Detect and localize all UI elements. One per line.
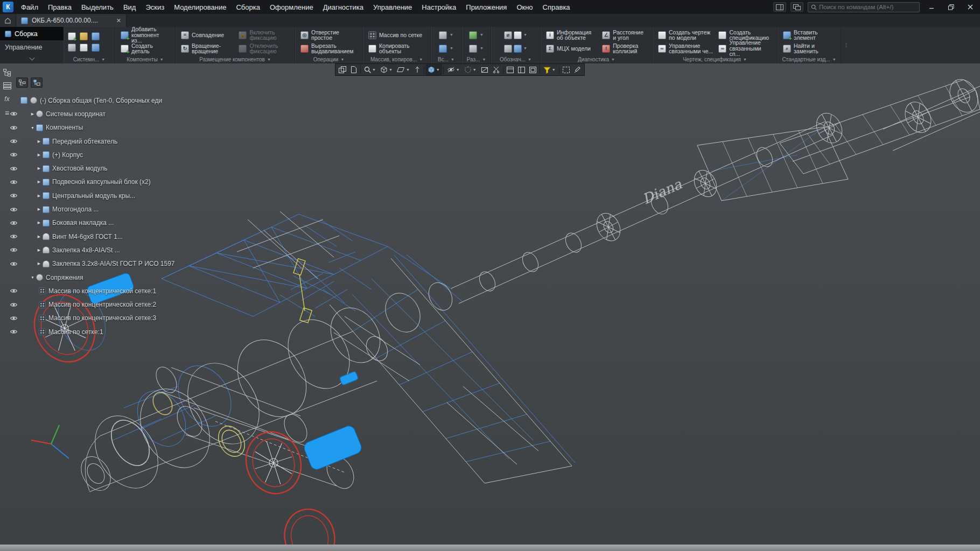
expander-icon[interactable]: ▼ (29, 126, 36, 130)
menu-assembly[interactable]: Сборка (231, 1, 265, 13)
ribbon-group-label-sections[interactable]: Раз...▼ (462, 55, 491, 63)
panel-c-icon[interactable] (527, 64, 538, 75)
tree-item-tail-module[interactable]: ▶ Хвостовой модуль (1, 161, 206, 175)
ribbon-group-label-diagnostics[interactable]: Диагностика▼ (541, 55, 652, 63)
display-mode-cube-icon[interactable]: ▼ (425, 64, 442, 75)
panel-layout-icon[interactable] (773, 2, 786, 12)
frame-icon[interactable] (561, 64, 572, 75)
hide-objects-icon[interactable]: ▼ (445, 64, 462, 75)
tree-item-nacelle[interactable]: ▶ Мотогондола ... (1, 202, 206, 216)
auxiliary-plane-button[interactable]: ▼ (437, 29, 455, 41)
expander-icon[interactable]: ▶ (36, 180, 43, 184)
section-button[interactable]: ▼ (467, 29, 485, 41)
document-tab[interactable]: ОКБ.А-650.00.00.00.... ✕ (16, 14, 127, 27)
open-document-icon[interactable] (80, 32, 88, 40)
tree-item-screw[interactable]: ▶ Винт М4-6gх8 ГОСТ 1... (1, 230, 206, 243)
ribbon-group-label-standard[interactable]: Стандартные изд...▼ (778, 55, 841, 63)
collision-check-button[interactable]: Проверка коллизий (600, 43, 648, 54)
visibility-eye-icon[interactable] (8, 193, 19, 199)
disable-fixation-button[interactable]: Отключить фиксацию (237, 43, 291, 54)
create-drawing-button[interactable]: Создать чертеж по модели (656, 29, 715, 41)
expander-icon[interactable]: ▶ (29, 112, 36, 116)
simple-hole-button[interactable]: Отверстие простое (299, 29, 359, 41)
add-component-button[interactable]: Добавить компонент из... (119, 29, 171, 41)
menu-window[interactable]: Окно (512, 1, 537, 13)
ribbon-group-label-drawing-spec[interactable]: Чертеж, спецификация▼ (653, 55, 777, 63)
visibility-eye-icon[interactable] (8, 152, 19, 158)
expander-icon[interactable]: ▶ (36, 194, 43, 198)
panel-b-icon[interactable] (516, 64, 527, 75)
mass-properties-button[interactable]: МЦХ модели (544, 43, 598, 54)
visibility-eye-icon[interactable] (8, 125, 19, 131)
sheet-icon[interactable] (348, 64, 359, 75)
up-axis-icon[interactable] (412, 64, 423, 75)
manage-linked-drawings-button[interactable]: Управление связанными че... (656, 43, 715, 54)
new-document-icon[interactable] (68, 32, 76, 40)
insert-element-button[interactable]: Вставить элемент (781, 29, 837, 41)
menu-edit[interactable]: Правка (43, 1, 76, 13)
tree-item-capsule-block[interactable]: ▶ Подвесной капсульный блок (х2) (1, 175, 206, 189)
menu-diagnostics[interactable]: Диагностика (318, 1, 368, 13)
tree-item-concentric-array-2[interactable]: Массив по концентрической сетке:2 (1, 298, 206, 311)
visibility-eye-icon[interactable] (8, 166, 19, 172)
tree-item-root[interactable]: (-) Сборка общая (Тел-0, Сборочных еди (1, 94, 206, 107)
menu-select[interactable]: Выделить (76, 1, 118, 13)
model-tree-icon[interactable] (3, 69, 11, 76)
zoom-icon[interactable]: ▼ (362, 64, 378, 75)
minimize-icon[interactable] (924, 1, 939, 13)
visibility-eye-icon[interactable] (8, 220, 19, 226)
visibility-eye-icon[interactable] (8, 302, 19, 308)
copy-objects-button[interactable]: Копировать объекты (367, 43, 426, 54)
expander-icon[interactable]: ▶ (36, 248, 43, 252)
ghost-display-icon[interactable]: ▼ (462, 64, 479, 75)
object-info-button[interactable]: Информация об объекте (544, 29, 598, 41)
search-input[interactable] (819, 4, 916, 10)
coincide-button[interactable]: Совпадение (179, 29, 235, 41)
print-icon[interactable] (68, 44, 76, 52)
section-view-icon[interactable] (479, 64, 491, 75)
menu-layout[interactable]: Оформление (265, 1, 318, 13)
tab-assembly[interactable]: Сборка (0, 27, 64, 40)
visibility-eye-icon[interactable] (8, 261, 19, 267)
ribbon-group-label-operations[interactable]: Операции▼ (295, 55, 362, 63)
tree-item-concentric-array-1[interactable]: Массив по концентрической сетке:1 (1, 284, 206, 298)
menu-sketch[interactable]: Эскиз (141, 1, 169, 13)
menu-help[interactable]: Справка (538, 1, 575, 13)
auxiliary-axis-button[interactable]: ▼ (437, 43, 455, 54)
distance-angle-button[interactable]: Расстояние и угол (600, 29, 648, 41)
ribbon-group-label-components[interactable]: Компоненты▼ (115, 55, 175, 63)
plane-icon[interactable]: ▼ (395, 64, 412, 75)
dual-screen-icon[interactable] (790, 2, 803, 12)
grid-array-button[interactable]: Массив по сетке (367, 29, 426, 41)
visibility-eye-icon[interactable] (8, 329, 19, 335)
ribbon-overflow-grip[interactable]: ⁞ (841, 27, 980, 63)
layers-panel-icon[interactable] (3, 82, 11, 89)
tree-item-rivet-2[interactable]: ▶ Заклепка 3.2х8-AIA/St ГОСТ Р ИСО 1597 (1, 257, 206, 271)
enable-fixation-button[interactable]: Включить фиксацию (237, 29, 291, 41)
visibility-eye-icon[interactable] (8, 315, 19, 321)
command-search[interactable] (808, 2, 920, 12)
designation-row-1[interactable]: ▼ (502, 29, 529, 41)
tree-item-mates[interactable]: ▼ Сопряжения (1, 271, 206, 284)
menu-management[interactable]: Управление (368, 1, 417, 13)
designation-row-2[interactable]: ▼ (502, 43, 529, 54)
find-replace-button[interactable]: Найти и заменить (781, 43, 837, 54)
tree-item-body[interactable]: ▶ (+) Корпус (1, 148, 206, 161)
visibility-eye-icon[interactable] (8, 247, 19, 253)
tree-composition-icon[interactable] (31, 77, 43, 88)
tree-item-rivet-1[interactable]: ▶ Заклепка 4х8-AIA/St ... (1, 243, 206, 257)
start-page-icon[interactable] (0, 14, 16, 27)
expander-icon[interactable]: ▶ (36, 153, 43, 157)
close-icon[interactable] (963, 1, 978, 13)
tree-item-coordinate-systems[interactable]: ▶ Системы координат (1, 107, 206, 121)
tree-item-concentric-array-3[interactable]: Массив по концентрической сетке:3 (1, 312, 206, 325)
tree-item-grid-array[interactable]: Массив по сетке:1 (1, 325, 206, 338)
visibility-eye-icon[interactable] (8, 207, 19, 213)
variables-fx-icon[interactable]: fx (4, 95, 9, 103)
tree-structure-icon[interactable] (16, 77, 28, 88)
visibility-eye-icon[interactable] (8, 138, 19, 144)
panel-a-icon[interactable] (505, 64, 516, 75)
maximize-icon[interactable] (943, 1, 958, 13)
rotation-rotation-button[interactable]: Вращение-вращение (179, 43, 235, 54)
ribbon-group-label-placement[interactable]: Размещение компонентов▼ (176, 55, 295, 63)
